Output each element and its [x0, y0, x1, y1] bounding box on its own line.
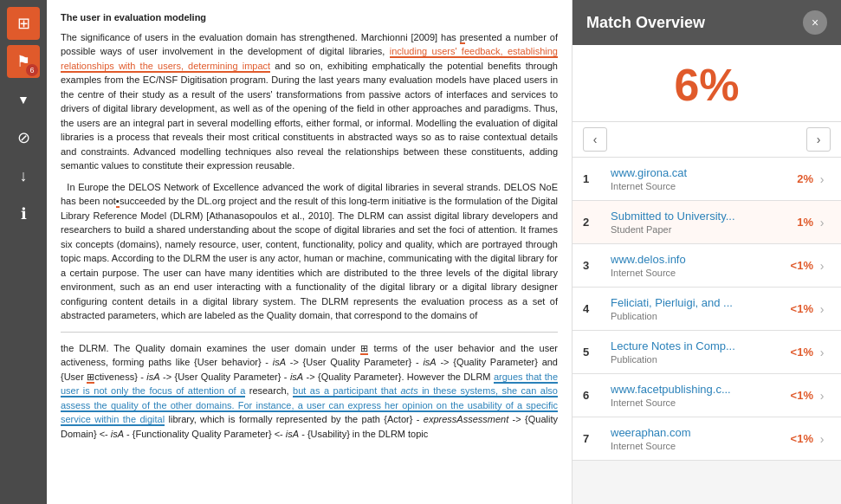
match-info: Lecture Notes in Comp... Publication: [604, 339, 782, 365]
match-source-name: www.girona.cat: [611, 166, 775, 179]
highlight-feedback: including users' feedback, establishing …: [61, 46, 558, 73]
match-source-name: www.delos.info: [611, 253, 775, 266]
match-source-name: weeraphan.com: [611, 426, 775, 439]
match-info: Submitted to University... Student Paper: [604, 210, 782, 235]
match-chevron-icon: ›: [813, 346, 831, 359]
match-chevron-icon: ›: [813, 259, 831, 273]
match-source-name: Submitted to University...: [611, 210, 775, 223]
doc-paragraph-3: the DLRM. The Quality domain examines th…: [61, 341, 558, 442]
match-info: Feliciati, Pierluigi, and ... Publicatio…: [604, 296, 782, 321]
match-item[interactable]: 6 www.facetpublishing.c... Internet Sour…: [573, 374, 841, 417]
match-source-type: Internet Source: [611, 397, 775, 408]
right-panel: Match Overview × 6% ‹ › 1 www.girona.cat…: [572, 0, 841, 504]
match-number: 3: [583, 259, 604, 272]
match-number: 4: [583, 302, 604, 315]
match-info: www.girona.cat Internet Source: [604, 166, 782, 191]
block-button[interactable]: ⊘: [7, 121, 40, 154]
match-chevron-icon: ›: [813, 172, 831, 186]
match-source-type: Internet Source: [611, 181, 775, 191]
match-item[interactable]: 1 www.girona.cat Internet Source 2% ›: [573, 158, 841, 201]
match-chevron-icon: ›: [813, 302, 831, 316]
match-percent: 2%: [782, 172, 813, 185]
match-number: 2: [583, 216, 604, 229]
info-button[interactable]: ℹ: [7, 197, 40, 230]
match-percent: <1%: [782, 346, 813, 359]
nav-row: ‹ ›: [573, 122, 841, 158]
match-source-type: Student Paper: [611, 224, 775, 235]
match-item[interactable]: 7 weeraphan.com Internet Source <1% ›: [573, 417, 841, 461]
match-source-name: Feliciati, Pierluigi, and ...: [611, 296, 775, 309]
match-info: www.facetpublishing.c... Internet Source: [604, 383, 782, 408]
document-content: The user in evaluation modeling The sign…: [47, 0, 572, 504]
match-item[interactable]: 3 www.delos.info Internet Source <1% ›: [573, 244, 841, 288]
match-percent: 1%: [782, 216, 813, 229]
panel-title: Match Overview: [586, 14, 705, 32]
layers-button[interactable]: ⊞: [7, 7, 40, 40]
prev-arrow[interactable]: ‹: [583, 127, 607, 152]
match-number: 5: [583, 346, 604, 359]
match-number: 6: [583, 389, 604, 402]
match-item[interactable]: 2 Submitted to University... Student Pap…: [573, 201, 841, 244]
doc-paragraph-2: In Europe the DELOS Network of Excellenc…: [61, 180, 558, 323]
flag-badge-count: 6: [26, 64, 38, 76]
match-source-type: Internet Source: [611, 268, 775, 278]
match-number: 7: [583, 432, 604, 445]
match-list: 1 www.girona.cat Internet Source 2% › 2 …: [573, 158, 841, 504]
doc-divider: [61, 332, 558, 333]
filter-button[interactable]: ▼: [7, 83, 40, 116]
document-area: ⊞ ⚑ 6 ▼ ⊘ ↓ ℹ The user in evaluation mod…: [0, 0, 572, 504]
match-percent: <1%: [782, 302, 813, 315]
download-button[interactable]: ↓: [7, 159, 40, 192]
match-percent: <1%: [782, 389, 813, 402]
match-percent: <1%: [782, 432, 813, 445]
match-source-type: Publication: [611, 354, 775, 365]
match-number: 1: [583, 172, 604, 185]
match-info: www.delos.info Internet Source: [604, 253, 782, 278]
match-chevron-icon: ›: [813, 216, 831, 229]
doc-paragraph-1: The significance of users in the evaluat…: [61, 30, 558, 173]
match-info: weeraphan.com Internet Source: [604, 426, 782, 451]
match-chevron-icon: ›: [813, 389, 831, 403]
match-source-name: Lecture Notes in Comp...: [611, 339, 775, 352]
match-chevron-icon: ›: [813, 432, 831, 446]
panel-header: Match Overview ×: [573, 0, 841, 45]
percent-section: 6%: [573, 45, 841, 122]
doc-title: The user in evaluation modeling: [61, 10, 558, 25]
match-item[interactable]: 4 Feliciati, Pierluigi, and ... Publicat…: [573, 288, 841, 331]
percent-value: 6%: [674, 60, 739, 110]
match-item[interactable]: 5 Lecture Notes in Comp... Publication <…: [573, 331, 841, 374]
match-percent: <1%: [782, 259, 813, 272]
flag-button[interactable]: ⚑ 6: [7, 45, 40, 78]
close-button[interactable]: ×: [803, 10, 827, 35]
match-source-type: Internet Source: [611, 441, 775, 451]
toolbar: ⊞ ⚑ 6 ▼ ⊘ ↓ ℹ: [0, 0, 47, 504]
match-source-name: www.facetpublishing.c...: [611, 383, 775, 396]
match-source-type: Publication: [611, 311, 775, 321]
next-arrow[interactable]: ›: [806, 127, 831, 152]
